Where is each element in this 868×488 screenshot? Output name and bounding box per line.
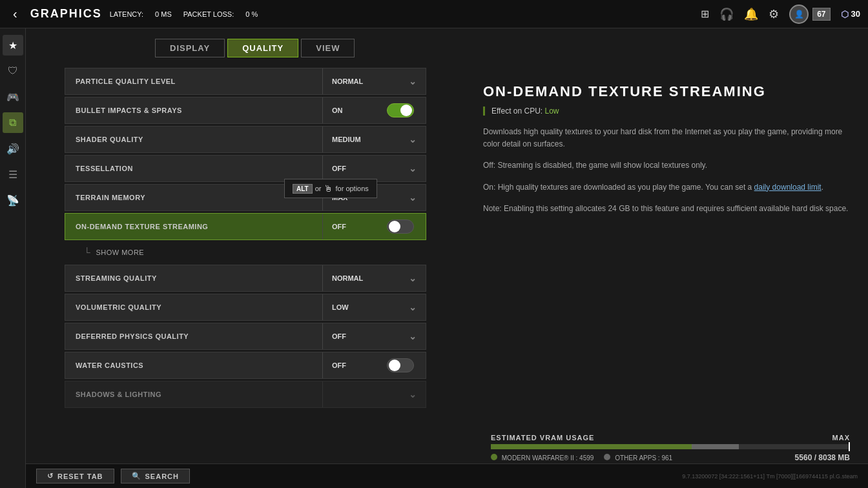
packet-loss-label: PACKET LOSS: — [183, 10, 234, 18]
setting-shadows-lighting-value: ⌄ — [322, 381, 426, 407]
setting-on-demand-value: OFF — [322, 214, 426, 239]
content-area: PARTICLE QUALITY LEVEL NORMAL ⌄ BULLET I… — [26, 68, 868, 488]
vram-bar — [491, 444, 850, 449]
tab-view[interactable]: VIEW — [301, 39, 355, 57]
reset-icon: ↺ — [47, 472, 54, 480]
toggle-knob — [389, 221, 400, 232]
setting-streaming-quality-value: NORMAL ⌄ — [322, 265, 426, 291]
latency-label: LATENCY: — [110, 10, 143, 18]
main-content: DISPLAY QUALITY VIEW PARTICLE QUALITY LE… — [26, 28, 868, 488]
headset-icon[interactable]: 🎧 — [719, 7, 734, 21]
info-desc3: On: High quality textures are downloaded… — [483, 181, 850, 194]
dropdown-arrow-icon: ⌄ — [409, 273, 417, 283]
avatar: 👤 — [789, 5, 809, 24]
search-label: SEARCH — [145, 473, 179, 480]
vram-max-label: MAX — [832, 434, 850, 442]
setting-tessellation-value: OFF ⌄ — [322, 156, 426, 181]
top-bar-left: ‹ GRAPHICS LATENCY: 0 MS PACKET LOSS: 0 … — [8, 4, 258, 24]
bullet-impacts-toggle[interactable] — [387, 103, 414, 117]
setting-volumetric-quality-value: LOW ⌄ — [322, 294, 426, 320]
legend-dot-other — [604, 454, 610, 460]
alt-badge: ALT — [293, 184, 313, 194]
top-bar: ‹ GRAPHICS LATENCY: 0 MS PACKET LOSS: 0 … — [0, 0, 868, 28]
vram-title-text: ESTIMATED VRAM USAGE — [491, 434, 594, 442]
sidebar-item-network[interactable]: 📡 — [3, 190, 23, 210]
toggle-knob — [389, 360, 400, 371]
bottom-bar-left: ↺ RESET TAB 🔍 SEARCH — [36, 469, 190, 483]
tab-quality[interactable]: QUALITY — [227, 39, 298, 57]
sidebar-item-favorites[interactable]: ★ — [3, 35, 23, 56]
sidebar-item-controller[interactable]: 🎮 — [3, 86, 23, 107]
on-demand-toggle[interactable] — [387, 219, 414, 234]
token-icon: ⬡ — [841, 9, 849, 19]
info-desc1: Downloads high quality textures to your … — [483, 126, 850, 150]
setting-on-demand-label: ON-DEMAND TEXTURE STREAMING — [65, 223, 322, 230]
gear-icon[interactable]: ⚙ — [769, 7, 779, 21]
setting-particle-quality-value: NORMAL ⌄ — [322, 68, 426, 94]
legend-dot-mw — [491, 454, 497, 460]
setting-shadows-lighting[interactable]: SHADOWS & LIGHTING ⌄ — [65, 381, 426, 408]
terrain-memory-area: TERRAIN MEMORY MAX ⌄ ALT or 🖱 for option… — [65, 184, 426, 211]
setting-deferred-physics-value: OFF ⌄ — [322, 323, 426, 349]
bell-icon[interactable]: 🔔 — [744, 7, 758, 21]
version-text: 9.7.13200072 [34:222:1561+11] Tm [7000][… — [682, 473, 858, 480]
daily-limit-link[interactable]: daily download limit — [754, 183, 822, 192]
setting-tessellation[interactable]: TESSELLATION OFF ⌄ — [65, 155, 426, 182]
reset-tab-button[interactable]: ↺ RESET TAB — [36, 469, 114, 483]
vram-bar-other — [692, 444, 738, 449]
show-more-label: SHOW MORE — [96, 249, 144, 256]
setting-bullet-impacts[interactable]: BULLET IMPACTS & SPRAYS ON — [65, 97, 426, 124]
sidebar-item-shield[interactable]: 🛡 — [3, 61, 23, 81]
setting-deferred-physics[interactable]: DEFERRED PHYSICS QUALITY OFF ⌄ — [65, 323, 426, 350]
mouse-icon: 🖱 — [324, 183, 333, 194]
page-title: GRAPHICS — [30, 7, 102, 21]
settings-panel: PARTICLE QUALITY LEVEL NORMAL ⌄ BULLET I… — [26, 68, 465, 488]
tooltip-text: for options — [335, 185, 368, 192]
setting-particle-quality[interactable]: PARTICLE QUALITY LEVEL NORMAL ⌄ — [65, 68, 426, 95]
setting-streaming-quality-label: STREAMING QUALITY — [65, 274, 322, 282]
setting-water-caustics-value: OFF — [322, 352, 426, 378]
grid-icon[interactable]: ⊞ — [701, 8, 709, 20]
search-icon: 🔍 — [132, 472, 141, 480]
toggle-knob — [400, 105, 412, 116]
dropdown-arrow-icon: ⌄ — [409, 76, 417, 86]
setting-volumetric-quality-label: VOLUMETRIC QUALITY — [65, 303, 322, 311]
dropdown-arrow-icon: ⌄ — [409, 134, 417, 145]
left-sidebar: ★ 🛡 🎮 ⧉ 🔊 ☰ 📡 — [0, 28, 26, 488]
sidebar-item-graphics[interactable]: ⧉ — [3, 112, 23, 133]
bottom-bar: ↺ RESET TAB 🔍 SEARCH 9.7.13200072 [34:22… — [26, 463, 868, 488]
setting-streaming-quality[interactable]: STREAMING QUALITY NORMAL ⌄ — [65, 265, 426, 292]
show-more-row[interactable]: SHOW MORE — [65, 242, 426, 263]
info-desc4: Note: Enabling this setting allocates 24… — [483, 203, 850, 215]
water-caustics-toggle[interactable] — [387, 358, 414, 372]
vram-numbers: 5560 / 8038 MB — [795, 453, 850, 462]
setting-shadows-lighting-label: SHADOWS & LIGHTING — [65, 391, 322, 398]
vram-title: ESTIMATED VRAM USAGE MAX — [491, 434, 850, 442]
setting-shader-quality[interactable]: SHADER QUALITY MEDIUM ⌄ — [65, 126, 426, 153]
sidebar-item-menu[interactable]: ☰ — [3, 164, 23, 185]
dropdown-arrow-icon: ⌄ — [409, 302, 417, 312]
tab-display[interactable]: DISPLAY — [155, 39, 225, 57]
setting-volumetric-quality[interactable]: VOLUMETRIC QUALITY LOW ⌄ — [65, 294, 426, 321]
token-badge: ⬡ 30 — [841, 9, 860, 19]
vram-section: ESTIMATED VRAM USAGE MAX MODERN WARFARE®… — [491, 434, 850, 462]
dropdown-arrow-icon: ⌄ — [409, 331, 417, 341]
back-button[interactable]: ‹ — [8, 4, 23, 24]
setting-particle-quality-label: PARTICLE QUALITY LEVEL — [65, 77, 322, 85]
search-button[interactable]: 🔍 SEARCH — [121, 469, 190, 483]
vram-bar-marker — [849, 442, 850, 451]
setting-tessellation-label: TESSELLATION — [65, 165, 322, 172]
info-desc2: Off: Streaming is disabled, the game wil… — [483, 159, 850, 172]
info-effect: Effect on CPU: Low — [483, 107, 850, 116]
tooltip-or: or — [315, 185, 322, 192]
setting-on-demand-streaming[interactable]: ON-DEMAND TEXTURE STREAMING OFF — [65, 213, 426, 240]
setting-water-caustics[interactable]: WATER CAUSTICS OFF — [65, 352, 426, 379]
setting-bullet-impacts-value: ON — [322, 97, 426, 123]
sidebar-item-audio[interactable]: 🔊 — [3, 138, 23, 159]
top-bar-stats: LATENCY: 0 MS PACKET LOSS: 0 % — [110, 10, 258, 18]
vram-bar-mw — [491, 444, 692, 449]
info-title: ON-DEMAND TEXTURE STREAMING — [483, 83, 850, 100]
legend-mw: MODERN WARFARE® II : 4599 — [491, 454, 594, 462]
latency-value: 0 MS — [155, 10, 172, 18]
setting-shader-quality-value: MEDIUM ⌄ — [322, 127, 426, 152]
